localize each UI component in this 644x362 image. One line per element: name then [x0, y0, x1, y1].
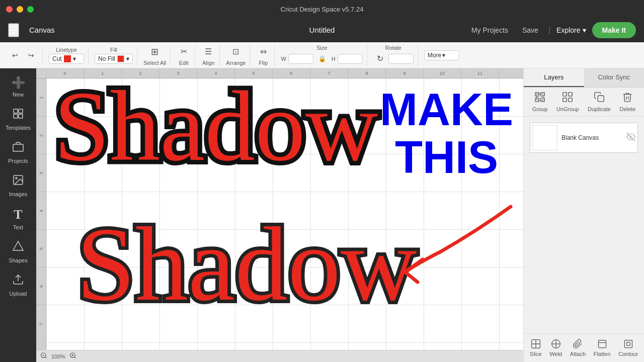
minimize-button[interactable]: [17, 6, 23, 13]
width-label: W: [281, 56, 286, 62]
toolbar: ↩ ↪ Linetype Cut ▾ Fill No Fill ▾ ⊞ Sel: [0, 42, 644, 68]
select-all-label: Select All: [143, 60, 166, 66]
tab-layers[interactable]: Layers: [524, 68, 584, 87]
ruler-mark-2: 2: [122, 68, 159, 78]
width-input[interactable]: [288, 54, 313, 64]
svg-rect-33: [626, 342, 630, 346]
flip-label: Flip: [259, 60, 268, 66]
zoom-in-button[interactable]: [69, 352, 76, 360]
contour-button[interactable]: Contour: [618, 339, 638, 357]
make-this-text: MAKE THIS: [380, 86, 513, 181]
duplicate-icon: [594, 92, 605, 105]
weld-button[interactable]: Weld: [549, 339, 562, 357]
shadow-text-top[interactable]: Shadow: [54, 81, 378, 171]
make-it-button[interactable]: Make It: [592, 22, 636, 38]
shapes-icon: [12, 240, 24, 255]
svg-rect-18: [563, 93, 567, 96]
close-button[interactable]: [6, 6, 13, 13]
menu-bar: ☰ Canvas Untitled My Projects Save | Exp…: [0, 18, 644, 42]
linetype-label: Linetype: [56, 47, 77, 53]
align-button[interactable]: ☰: [201, 45, 215, 59]
rotate-button[interactable]: ↻: [373, 52, 387, 66]
edit-group: ✂ Edit: [173, 45, 195, 66]
shadow-text-bottom[interactable]: Shadow: [76, 217, 417, 312]
arrange-button[interactable]: ⊡: [229, 45, 243, 59]
svg-rect-22: [598, 96, 604, 102]
ruler-mark-6: 6: [273, 68, 310, 78]
arrange-group: ⊡ Arrange: [222, 45, 250, 66]
explore-button[interactable]: Explore ▾: [556, 26, 586, 34]
chevron-down-icon: ▾: [442, 52, 445, 59]
separator: |: [548, 26, 550, 35]
attach-button[interactable]: Attach: [570, 339, 586, 357]
linetype-dropdown[interactable]: Cut ▾: [49, 54, 84, 64]
canvas-area: 0 1 2 3 4 5 6 7 8 9 10 11 1 2 3 4 5 6 7: [36, 68, 523, 362]
edit-label: Edit: [179, 60, 189, 66]
undo-button[interactable]: ↩: [8, 48, 22, 62]
sidebar-item-shapes[interactable]: Shapes: [2, 236, 34, 267]
ruler-mark-7: 7: [310, 68, 348, 78]
maximize-button[interactable]: [27, 6, 34, 13]
canvas-thumb-preview: [532, 125, 557, 150]
menu-right: My Projects Save | Explore ▾ Make It: [467, 22, 636, 38]
select-all-button[interactable]: ⊞: [148, 45, 162, 59]
fill-dropdown[interactable]: No Fill ▾: [95, 54, 133, 64]
zoom-out-button[interactable]: [40, 352, 47, 360]
weld-icon: [551, 339, 561, 350]
more-button[interactable]: More ▾: [424, 50, 459, 60]
ruler-mark-8: 8: [348, 68, 386, 78]
flip-section: ⇔ Flip: [256, 45, 270, 66]
svg-rect-16: [541, 98, 544, 102]
redo-button[interactable]: ↪: [24, 48, 38, 62]
ungroup-icon: [562, 92, 573, 105]
sidebar-item-templates[interactable]: Templates: [2, 104, 34, 135]
ruler-left: 1 2 3 4 5 6 7: [36, 78, 46, 362]
ruler-mark-11: 11: [461, 68, 499, 78]
align-label: Align: [202, 60, 214, 66]
edit-section: ✂ Edit: [177, 45, 191, 66]
duplicate-button[interactable]: Duplicate: [588, 92, 611, 112]
flatten-button[interactable]: Flatten: [594, 339, 611, 357]
sidebar-item-new[interactable]: ➕ New: [2, 72, 34, 102]
lock-icon[interactable]: 🔒: [315, 52, 330, 66]
size-group: Size W 🔒 H: [277, 45, 367, 66]
title-bar: Cricut Design Space v5.7.24: [0, 0, 644, 18]
linetype-color-swatch: [64, 55, 71, 62]
delete-button[interactable]: Delete: [619, 92, 635, 112]
edit-button[interactable]: ✂: [177, 45, 191, 59]
height-input[interactable]: [338, 54, 363, 64]
contour-icon: [623, 339, 633, 350]
canvas-grid[interactable]: Shadow Shadow MAKE THIS: [46, 78, 523, 350]
chevron-down-icon: ▾: [126, 55, 129, 62]
sidebar-item-text[interactable]: T Text: [2, 203, 34, 234]
slice-icon: [531, 339, 541, 350]
flip-button[interactable]: ⇔: [256, 45, 270, 59]
my-projects-button[interactable]: My Projects: [467, 24, 512, 36]
ruler-mark-v-1: 1: [36, 78, 46, 116]
ruler-mark-v-3: 3: [36, 154, 46, 192]
app-title: Cricut Design Space v5.7.24: [281, 6, 364, 13]
arrow-decoration: [375, 202, 516, 287]
right-panel: Layers Color Sync Group: [523, 68, 644, 362]
eye-icon[interactable]: [626, 132, 635, 143]
arrange-label: Arrange: [226, 60, 246, 66]
group-button[interactable]: Group: [532, 92, 548, 112]
rotate-label: Rotate: [385, 45, 401, 51]
sidebar-item-upload[interactable]: Upload: [2, 269, 34, 301]
right-panel-tabs: Layers Color Sync: [524, 68, 644, 87]
fill-label: Fill: [110, 47, 117, 53]
align-group: ☰ Align: [197, 45, 220, 66]
rotate-input[interactable]: [388, 54, 414, 64]
svg-rect-15: [535, 98, 539, 102]
svg-rect-19: [569, 93, 572, 96]
slice-button[interactable]: Slice: [530, 339, 542, 357]
ruler-mark-v-2: 2: [36, 116, 46, 154]
sidebar-item-images[interactable]: Images: [2, 170, 34, 201]
save-button[interactable]: Save: [518, 24, 542, 36]
ruler-mark-v-4: 4: [36, 192, 46, 229]
fill-section: Fill No Fill ▾: [95, 47, 133, 64]
sidebar-item-projects[interactable]: Projects: [2, 137, 34, 168]
hamburger-menu[interactable]: ☰: [8, 23, 19, 37]
tab-color-sync[interactable]: Color Sync: [584, 68, 645, 87]
ungroup-button[interactable]: UnGroup: [556, 92, 579, 112]
